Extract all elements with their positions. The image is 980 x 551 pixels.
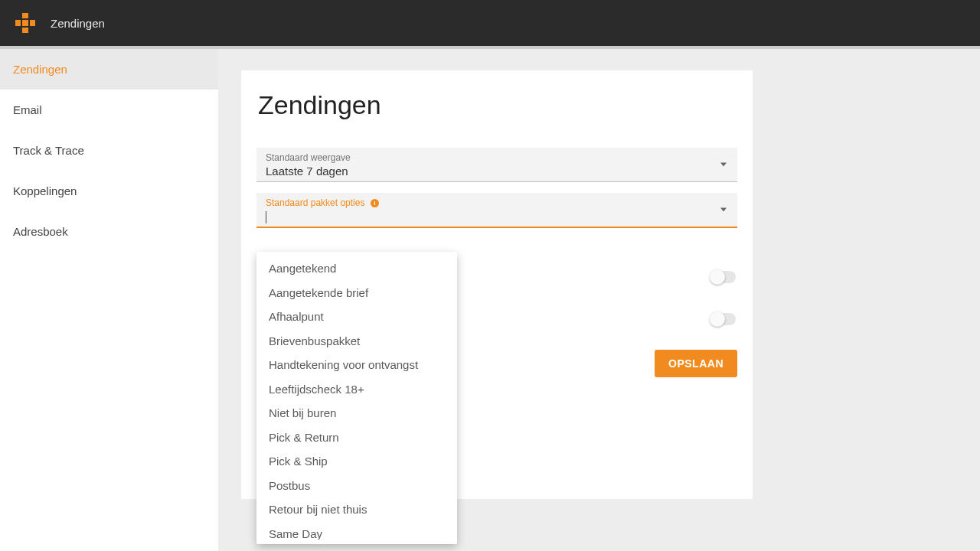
topbar: Zendingen <box>0 0 980 46</box>
sidebar-item-label: Zendingen <box>13 63 67 76</box>
topbar-title: Zendingen <box>51 17 105 30</box>
dropdown-option[interactable]: Same Day <box>256 522 457 540</box>
toggle-row-2 <box>711 313 736 325</box>
app-logo-icon <box>15 13 35 33</box>
page-title: Zendingen <box>241 90 753 120</box>
dropdown-option[interactable]: Pick & Ship <box>256 449 457 474</box>
field-value[interactable] <box>266 208 728 223</box>
dropdown-option[interactable]: Handtekening voor ontvangst <box>256 353 457 377</box>
field-label: Standaard weergave <box>266 152 728 163</box>
dropdown-option[interactable]: Leeftijdscheck 18+ <box>256 377 457 402</box>
sidebar-item-label: Adresboek <box>13 225 68 238</box>
field-standaard-weergave[interactable]: Standaard weergave Laatste 7 dagen <box>256 148 737 182</box>
sidebar-item-adresboek[interactable]: Adresboek <box>0 211 218 252</box>
field-value: Laatste 7 dagen <box>266 163 728 178</box>
text-cursor <box>266 211 266 223</box>
dropdown-option[interactable]: Retour bij niet thuis <box>256 497 457 522</box>
save-button[interactable]: OPSLAAN <box>655 350 737 377</box>
chevron-down-icon <box>720 163 727 167</box>
toggle-switch[interactable] <box>711 271 736 283</box>
settings-card: Zendingen Standaard weergave Laatste 7 d… <box>241 70 753 499</box>
toggle-switch[interactable] <box>711 313 736 325</box>
sidebar-item-email[interactable]: Email <box>0 90 218 130</box>
field-standaard-pakket-opties[interactable]: Standaard pakket opties i <box>256 193 737 228</box>
dropdown-option[interactable]: Aangetekende brief <box>256 281 457 305</box>
sidebar-item-label: Koppelingen <box>13 184 77 197</box>
dropdown-option[interactable]: Aangetekend <box>256 256 457 281</box>
dropdown-option[interactable]: Niet bij buren <box>256 401 457 425</box>
pakket-opties-dropdown: AangetekendAangetekende briefAfhaalpuntB… <box>256 252 457 544</box>
info-icon[interactable]: i <box>371 199 379 207</box>
field-label: Standaard pakket opties i <box>266 197 728 208</box>
sidebar: Zendingen Email Track & Trace Koppelinge… <box>0 49 218 551</box>
dropdown-option[interactable]: Brievenbuspakket <box>256 329 457 354</box>
sidebar-item-label: Email <box>13 103 42 116</box>
toggle-row-1 <box>711 271 736 283</box>
main-area: Zendingen Standaard weergave Laatste 7 d… <box>218 49 980 551</box>
dropdown-scroll[interactable]: AangetekendAangetekende briefAfhaalpuntB… <box>256 256 457 540</box>
sidebar-item-label: Track & Trace <box>13 144 84 157</box>
dropdown-option[interactable]: Afhaalpunt <box>256 305 457 329</box>
sidebar-item-zendingen[interactable]: Zendingen <box>0 49 218 90</box>
sidebar-item-koppelingen[interactable]: Koppelingen <box>0 171 218 211</box>
dropdown-option[interactable]: Postbus <box>256 474 457 498</box>
sidebar-item-track-trace[interactable]: Track & Trace <box>0 130 218 171</box>
chevron-down-icon <box>720 208 727 212</box>
dropdown-option[interactable]: Pick & Return <box>256 425 457 450</box>
